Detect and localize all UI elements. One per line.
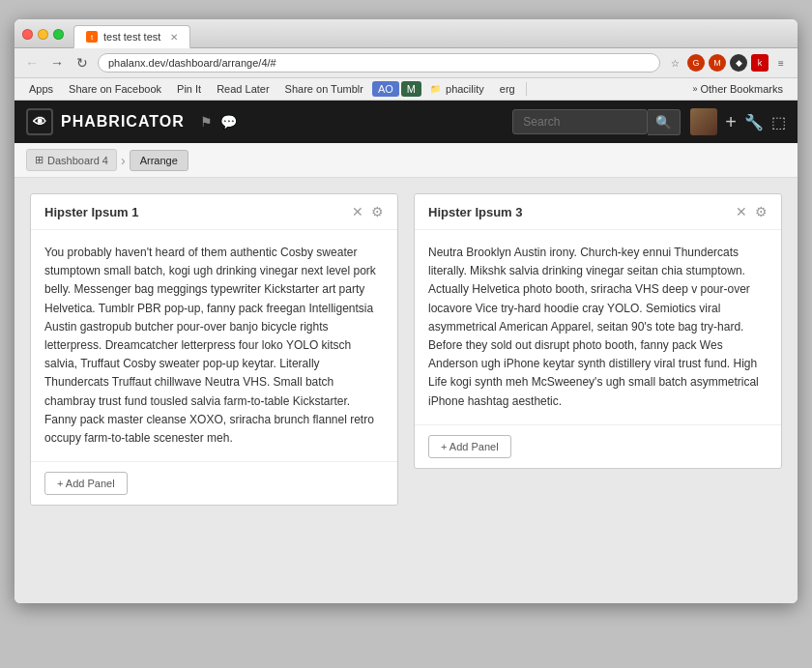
back-button[interactable]: ← <box>22 53 42 73</box>
read-later-label: Read Later <box>217 83 269 95</box>
breadcrumb-current-label: Arrange <box>140 155 178 166</box>
add-panel-3-label: + Add Panel <box>441 441 499 452</box>
address-icons: ☆ G M ◆ k ≡ <box>666 54 790 72</box>
panel-1-footer: + Add Panel <box>31 461 397 505</box>
logo-eye-icon: 👁 <box>26 108 53 135</box>
bookmark-star-icon[interactable]: ☆ <box>666 54 683 72</box>
panel-3-add-button[interactable]: + Add Panel <box>428 435 511 458</box>
panel-1-actions: ✕ ⚙ <box>352 204 384 219</box>
tab-favicon: t <box>86 31 98 43</box>
panel-1-body: You probably haven't heard of them authe… <box>31 230 397 461</box>
bookmark-ao[interactable]: AO <box>372 81 399 97</box>
wrench-icon[interactable]: 🔧 <box>744 113 764 131</box>
app-name: PHABRICATOR <box>61 113 185 131</box>
bookmark-erg[interactable]: erg <box>493 81 522 97</box>
minimize-button[interactable] <box>38 29 48 40</box>
window-controls <box>22 29 64 47</box>
active-tab[interactable]: t test test test ✕ <box>73 25 190 48</box>
panel-1-title: Hipster Ipsum 1 <box>44 205 139 219</box>
m-label: M <box>407 83 416 95</box>
panel-3-title: Hipster Ipsum 3 <box>428 205 523 219</box>
close-button[interactable] <box>22 29 33 40</box>
address-bar: ← → ↻ ☆ G M ◆ k ≡ <box>14 48 798 78</box>
forward-button[interactable]: → <box>47 53 67 73</box>
menu-icon[interactable]: ≡ <box>772 54 790 72</box>
app-actions: + 🔧 ⬚ <box>690 108 786 135</box>
add-button[interactable]: + <box>725 111 737 133</box>
panel-card-3: Hipster Ipsum 3 ✕ ⚙ Neutra Brooklyn Aust… <box>414 193 782 469</box>
panel-3-close-icon[interactable]: ✕ <box>736 204 747 219</box>
bookmark-phacility[interactable]: 📁 phacility <box>423 81 491 97</box>
app-header: 👁 PHABRICATOR ⚑ 💬 🔍 + 🔧 ⬚ <box>14 101 798 143</box>
bookmark-m[interactable]: M <box>401 81 421 97</box>
title-bar: t test test test ✕ <box>14 19 798 48</box>
breadcrumb-current: Arrange <box>130 150 188 171</box>
bookmark-separator <box>526 82 527 96</box>
tab-title: test test test <box>103 31 160 43</box>
pin-it-label: Pin It <box>177 83 201 95</box>
apps-label: Apps <box>29 83 53 95</box>
app-nav-icons: ⚑ 💬 <box>200 114 237 130</box>
main-content: Hipster Ipsum 1 ✕ ⚙ You probably haven't… <box>14 178 798 603</box>
search-input[interactable] <box>512 109 648 134</box>
avatar-button[interactable] <box>690 108 717 135</box>
tab-close-icon[interactable]: ✕ <box>170 32 178 43</box>
logout-icon[interactable]: ⬚ <box>771 113 786 131</box>
flag-icon[interactable]: ⚑ <box>200 114 213 130</box>
panel-1-gear-icon[interactable]: ⚙ <box>371 204 384 219</box>
bookmarks-bar: Apps Share on Facebook Pin It Read Later… <box>14 78 798 101</box>
breadcrumb-home-icon: ⊞ <box>35 154 44 166</box>
avatar-icon[interactable]: G <box>687 54 705 72</box>
bookmark-other[interactable]: » Other Bookmarks <box>685 81 790 97</box>
right-panel-column: Hipster Ipsum 3 ✕ ⚙ Neutra Brooklyn Aust… <box>414 193 782 588</box>
panel-1-header: Hipster Ipsum 1 ✕ ⚙ <box>31 194 397 230</box>
bookmark-read-later[interactable]: Read Later <box>210 81 276 97</box>
panel-3-actions: ✕ ⚙ <box>736 204 768 219</box>
panel-3-gear-icon[interactable]: ⚙ <box>755 204 768 219</box>
breadcrumb-nav: ⊞ Dashboard 4 › Arrange <box>14 143 798 178</box>
bookmark-pin-it[interactable]: Pin It <box>170 81 208 97</box>
app-search: 🔍 <box>512 109 681 135</box>
breadcrumb-chevron: › <box>121 153 126 168</box>
panel-card-1: Hipster Ipsum 1 ✕ ⚙ You probably haven't… <box>30 193 398 506</box>
browser-window: t test test test ✕ ← → ↻ ☆ G M ◆ k ≡ App… <box>14 19 798 603</box>
chat-icon[interactable]: 💬 <box>220 114 237 130</box>
erg-label: erg <box>500 83 515 95</box>
panel-1-add-button[interactable]: + Add Panel <box>44 472 128 495</box>
bookmark-share-tumblr[interactable]: Share on Tumblr <box>278 81 370 97</box>
breadcrumb-home-label: Dashboard 4 <box>47 155 108 166</box>
ao-label: AO <box>378 83 393 95</box>
panel-3-header: Hipster Ipsum 3 ✕ ⚙ <box>415 194 781 230</box>
panel-3-body: Neutra Brooklyn Austin irony. Church-key… <box>415 230 781 424</box>
panel-1-close-icon[interactable]: ✕ <box>352 204 363 219</box>
share-facebook-label: Share on Facebook <box>69 83 161 95</box>
maximize-button[interactable] <box>53 29 64 40</box>
mail-icon[interactable]: M <box>709 54 726 72</box>
extra-icon-1[interactable]: ◆ <box>730 54 747 72</box>
bookmark-apps[interactable]: Apps <box>22 81 60 97</box>
refresh-button[interactable]: ↻ <box>72 53 92 73</box>
bookmark-share-facebook[interactable]: Share on Facebook <box>62 81 168 97</box>
other-bookmarks-label: Other Bookmarks <box>700 83 783 95</box>
breadcrumb-home[interactable]: ⊞ Dashboard 4 <box>26 149 117 171</box>
app-logo[interactable]: 👁 PHABRICATOR <box>26 108 185 135</box>
address-input[interactable] <box>98 53 660 73</box>
phacility-label: phacility <box>446 83 484 95</box>
panel-3-footer: + Add Panel <box>415 424 781 468</box>
extra-icon-2[interactable]: k <box>751 54 768 72</box>
search-button[interactable]: 🔍 <box>648 109 681 135</box>
left-panel-column: Hipster Ipsum 1 ✕ ⚙ You probably haven't… <box>30 193 398 588</box>
add-panel-1-label: + Add Panel <box>57 478 115 489</box>
share-tumblr-label: Share on Tumblr <box>285 83 363 95</box>
